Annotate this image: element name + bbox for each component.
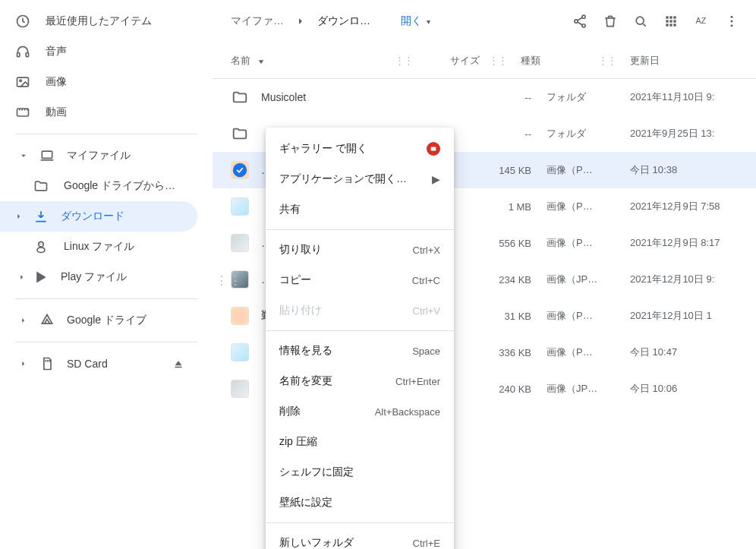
file-size: --: [472, 128, 540, 140]
column-type[interactable]: 種類: [515, 54, 598, 68]
separator: [266, 330, 454, 331]
svg-point-9: [39, 244, 40, 245]
gdrive-icon: [39, 313, 55, 328]
download-icon: [33, 209, 49, 224]
svg-rect-29: [431, 147, 436, 151]
cm-copy[interactable]: コピー Ctrl+C: [266, 265, 454, 295]
svg-rect-1: [17, 53, 20, 57]
column-grip-icon[interactable]: ⋮⋮: [489, 55, 507, 66]
file-type: 画像（P…: [540, 163, 624, 177]
sidebar-item-label: 音声: [46, 45, 67, 58]
file-row[interactable]: Musicolet--フォルダ2021年11月10日 9:: [213, 79, 756, 115]
file-type: 画像（JP…: [540, 382, 624, 396]
gallery-icon: [427, 142, 440, 156]
breadcrumb-item[interactable]: マイファ…: [231, 14, 284, 28]
svg-point-14: [636, 17, 644, 24]
sidebar-item-images[interactable]: 画像: [0, 67, 197, 97]
sidebar-item-gdrive[interactable]: Google ドライブ: [0, 305, 197, 336]
cm-info[interactable]: 情報を見る Space: [266, 336, 454, 366]
chevron-right-icon: [14, 211, 24, 222]
file-size: 1 MB: [472, 201, 540, 213]
share-button[interactable]: [565, 6, 595, 36]
more-options-button[interactable]: [717, 6, 747, 36]
image-thumbnail: [231, 197, 249, 216]
cm-open-with[interactable]: アプリケーションで開く… ▶: [266, 164, 454, 194]
sidebar-item-label: 最近使用したアイテム: [46, 14, 152, 28]
cm-new-folder[interactable]: 新しいフォルダ Ctrl+E: [266, 528, 454, 549]
svg-point-4: [20, 80, 21, 82]
column-name[interactable]: 名前: [231, 54, 395, 68]
file-type: フォルダ: [540, 127, 624, 140]
cm-wallpaper[interactable]: 壁紙に設定: [266, 487, 454, 518]
column-date[interactable]: 更新日: [624, 54, 738, 68]
sidebar-item-label: SD Card: [67, 358, 108, 370]
search-button[interactable]: [625, 6, 656, 36]
linux-icon: [33, 239, 49, 254]
cm-cut[interactable]: 切り取り Ctrl+X: [266, 235, 454, 265]
column-grip-icon[interactable]: ⋮⋮: [598, 55, 616, 66]
sidebar-item-label: マイファイル: [67, 149, 131, 162]
file-date: 今日 10:38: [624, 163, 738, 177]
sidebar-item-audio[interactable]: 音声: [0, 36, 197, 67]
sidebar-item-linux[interactable]: Linux ファイル: [0, 232, 197, 262]
file-type: 画像（P…: [540, 345, 624, 359]
column-grip-icon[interactable]: ⋮⋮: [395, 55, 413, 66]
file-size: 240 KB: [472, 383, 540, 395]
file-size: 556 KB: [472, 238, 540, 249]
cm-share[interactable]: 共有: [266, 194, 454, 225]
chevron-right-icon: [18, 315, 29, 326]
grid-view-button[interactable]: [656, 6, 686, 36]
file-type: 画像（P…: [540, 236, 624, 250]
sidebar-item-videos[interactable]: 動画: [0, 97, 197, 128]
file-size: --: [472, 92, 540, 103]
image-icon: [15, 74, 30, 90]
headphones-icon: [15, 44, 30, 59]
file-type: 画像（JP…: [540, 273, 624, 286]
cm-zip[interactable]: zip 圧縮: [266, 427, 454, 457]
file-date: 2021年11月10日 9:: [624, 90, 738, 104]
sort-az-button[interactable]: AZ: [686, 6, 717, 36]
sidebar-item-myfiles[interactable]: マイファイル: [0, 140, 197, 171]
sidebar-item-downloads[interactable]: ダウンロード: [0, 201, 197, 232]
folder-icon: [231, 125, 249, 143]
column-name-label: 名前: [231, 54, 250, 68]
folder-icon: [33, 178, 49, 194]
svg-point-7: [39, 241, 44, 247]
cm-pin-shelf[interactable]: シェルフに固定: [266, 457, 454, 487]
svg-point-27: [731, 24, 733, 27]
delete-button[interactable]: [595, 6, 625, 36]
file-size: 145 KB: [472, 165, 540, 176]
sidebar-item-recent[interactable]: 最近使用したアイテム: [0, 6, 197, 36]
svg-rect-23: [673, 24, 676, 26]
sidebar-item-play[interactable]: Play ファイル: [0, 262, 197, 292]
column-size[interactable]: サイズ: [421, 54, 489, 68]
sort-desc-icon: [255, 55, 267, 67]
sdcard-icon: [39, 356, 55, 371]
file-size: 234 KB: [472, 274, 540, 286]
folder-icon: [231, 88, 249, 106]
open-with-button[interactable]: 開く ▾: [401, 14, 430, 28]
separator: [15, 298, 197, 299]
cm-open-gallery[interactable]: ギャラリー で開く: [266, 134, 454, 164]
separator: [266, 229, 454, 230]
chevron-right-icon: [17, 272, 27, 282]
svg-rect-22: [669, 24, 672, 26]
toolbar: マイファ… ダウンロ… 開く ▾ AZ: [213, 0, 756, 43]
breadcrumb-item-current[interactable]: ダウンロ…: [317, 14, 370, 28]
cm-delete[interactable]: 削除 Alt+Backspace: [266, 396, 454, 427]
drag-handle-icon[interactable]: ⋮⋮: [216, 273, 243, 288]
file-size: 31 KB: [472, 311, 540, 322]
laptop-icon: [39, 148, 55, 163]
sidebar-item-sdcard[interactable]: SD Card: [0, 349, 197, 379]
cm-rename[interactable]: 名前を変更 Ctrl+Enter: [266, 366, 454, 396]
svg-point-8: [37, 248, 45, 253]
eject-icon[interactable]: [172, 357, 185, 371]
svg-point-10: [42, 244, 43, 245]
open-with-label: 開く: [401, 14, 422, 28]
svg-rect-6: [42, 151, 52, 158]
svg-point-26: [731, 21, 733, 23]
chevron-right-icon: [295, 15, 307, 27]
file-date: 2021年12月10日 1: [624, 309, 738, 323]
separator: [15, 134, 197, 134]
sidebar-item-gdrive-from[interactable]: Google ドライブから…: [0, 171, 197, 201]
